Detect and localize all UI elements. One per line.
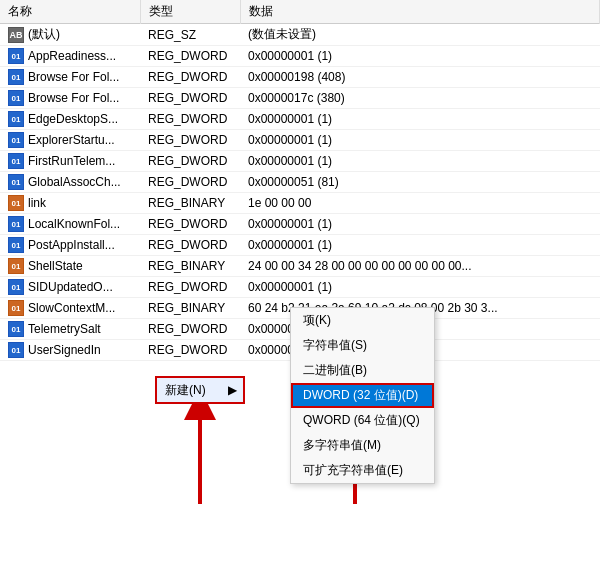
table-row[interactable]: 01 GlobalAssocCh... REG_DWORD 0x00000051… (0, 172, 600, 193)
row-name: UserSignedIn (28, 343, 101, 357)
submenu-item[interactable]: 字符串值(S) (291, 333, 434, 358)
submenu-item[interactable]: DWORD (32 位值)(D) (291, 383, 434, 408)
cell-data: 0x00000001 (1) (240, 277, 600, 298)
table-row[interactable]: 01 AppReadiness... REG_DWORD 0x00000001 … (0, 46, 600, 67)
context-submenu: 项(K)字符串值(S)二进制值(B)DWORD (32 位值)(D)QWORD … (290, 307, 435, 484)
cell-name: 01 Browse For Fol... (0, 67, 140, 88)
cell-type: REG_DWORD (140, 340, 240, 361)
row-name: SIDUpdatedO... (28, 280, 113, 294)
new-button-label: 新建(N) (165, 382, 206, 399)
table-row[interactable]: 01 ExplorerStartu... REG_DWORD 0x0000000… (0, 130, 600, 151)
row-name: SlowContextM... (28, 301, 115, 315)
submenu-item[interactable]: QWORD (64 位值)(Q) (291, 408, 434, 433)
cell-data: 0x00000001 (1) (240, 46, 600, 67)
cell-data: 0x00000001 (1) (240, 130, 600, 151)
reg-icon: 01 (8, 90, 24, 106)
reg-icon: 01 (8, 195, 24, 211)
row-name: GlobalAssocCh... (28, 175, 121, 189)
submenu-item[interactable]: 二进制值(B) (291, 358, 434, 383)
cell-type: REG_SZ (140, 24, 240, 46)
reg-icon: 01 (8, 69, 24, 85)
reg-icon: 01 (8, 111, 24, 127)
cell-data: 0x00000001 (1) (240, 109, 600, 130)
row-name: link (28, 196, 46, 210)
cell-name: 01 link (0, 193, 140, 214)
reg-icon: 01 (8, 300, 24, 316)
reg-icon: 01 (8, 279, 24, 295)
submenu-item[interactable]: 多字符串值(M) (291, 433, 434, 458)
cell-type: REG_DWORD (140, 319, 240, 340)
cell-type: REG_DWORD (140, 88, 240, 109)
row-name: Browse For Fol... (28, 91, 119, 105)
row-name: EdgeDesktopS... (28, 112, 118, 126)
row-name: AppReadiness... (28, 49, 116, 63)
cell-data: 0x00000198 (408) (240, 67, 600, 88)
cell-data: 0x00000001 (1) (240, 235, 600, 256)
cell-type: REG_DWORD (140, 214, 240, 235)
table-row[interactable]: 01 Browse For Fol... REG_DWORD 0x0000017… (0, 88, 600, 109)
arrow-up-left (175, 394, 225, 514)
cell-data: 0x0000017c (380) (240, 88, 600, 109)
cell-name: 01 PostAppInstall... (0, 235, 140, 256)
table-row[interactable]: 01 LocalKnownFol... REG_DWORD 0x00000001… (0, 214, 600, 235)
cell-type: REG_BINARY (140, 298, 240, 319)
reg-icon: 01 (8, 48, 24, 64)
col-header-type: 类型 (140, 0, 240, 24)
row-name: FirstRunTelem... (28, 154, 115, 168)
table-row[interactable]: 01 ShellState REG_BINARY 24 00 00 34 28 … (0, 256, 600, 277)
cell-type: REG_DWORD (140, 46, 240, 67)
cell-name: 01 Browse For Fol... (0, 88, 140, 109)
row-name: TelemetrySalt (28, 322, 101, 336)
row-name: ShellState (28, 259, 83, 273)
cell-type: REG_DWORD (140, 67, 240, 88)
reg-icon: 01 (8, 342, 24, 358)
cell-data: 0x00000001 (1) (240, 151, 600, 172)
table-row[interactable]: 01 EdgeDesktopS... REG_DWORD 0x00000001 … (0, 109, 600, 130)
cell-data: (数值未设置) (240, 24, 600, 46)
cell-name: 01 UserSignedIn (0, 340, 140, 361)
cell-name: 01 EdgeDesktopS... (0, 109, 140, 130)
registry-window: 名称 类型 数据 AB (默认) REG_SZ (数值未设置) 01 AppRe… (0, 0, 600, 564)
col-header-name: 名称 (0, 0, 140, 24)
reg-icon: 01 (8, 321, 24, 337)
cell-name: 01 AppReadiness... (0, 46, 140, 67)
submenu-item[interactable]: 可扩充字符串值(E) (291, 458, 434, 483)
cell-name: 01 SIDUpdatedO... (0, 277, 140, 298)
new-submenu-button[interactable]: 新建(N) ▶ (155, 376, 245, 404)
cell-data: 0x00000051 (81) (240, 172, 600, 193)
cell-type: REG_DWORD (140, 277, 240, 298)
cell-name: AB (默认) (0, 24, 140, 46)
cell-type: REG_DWORD (140, 130, 240, 151)
cell-name: 01 FirstRunTelem... (0, 151, 140, 172)
cell-name: 01 ExplorerStartu... (0, 130, 140, 151)
row-name: Browse For Fol... (28, 70, 119, 84)
reg-icon: 01 (8, 132, 24, 148)
table-row[interactable]: 01 PostAppInstall... REG_DWORD 0x0000000… (0, 235, 600, 256)
cell-name: 01 TelemetrySalt (0, 319, 140, 340)
row-name: LocalKnownFol... (28, 217, 120, 231)
reg-icon: 01 (8, 258, 24, 274)
reg-icon: 01 (8, 237, 24, 253)
submenu-item[interactable]: 项(K) (291, 308, 434, 333)
cell-type: REG_BINARY (140, 193, 240, 214)
row-name: (默认) (28, 26, 60, 43)
cell-type: REG_DWORD (140, 235, 240, 256)
reg-icon: 01 (8, 174, 24, 190)
reg-icon: 01 (8, 153, 24, 169)
cell-data: 1e 00 00 00 (240, 193, 600, 214)
table-row[interactable]: 01 SIDUpdatedO... REG_DWORD 0x00000001 (… (0, 277, 600, 298)
cell-name: 01 LocalKnownFol... (0, 214, 140, 235)
table-row[interactable]: 01 link REG_BINARY 1e 00 00 00 (0, 193, 600, 214)
table-row[interactable]: AB (默认) REG_SZ (数值未设置) (0, 24, 600, 46)
new-button-arrow: ▶ (228, 383, 237, 397)
cell-name: 01 GlobalAssocCh... (0, 172, 140, 193)
reg-icon: AB (8, 27, 24, 43)
table-row[interactable]: 01 FirstRunTelem... REG_DWORD 0x00000001… (0, 151, 600, 172)
table-row[interactable]: 01 Browse For Fol... REG_DWORD 0x0000019… (0, 67, 600, 88)
cell-type: REG_DWORD (140, 151, 240, 172)
cell-name: 01 ShellState (0, 256, 140, 277)
col-header-data: 数据 (240, 0, 600, 24)
cell-data: 24 00 00 34 28 00 00 00 00 00 00 00 00..… (240, 256, 600, 277)
reg-icon: 01 (8, 216, 24, 232)
cell-type: REG_BINARY (140, 256, 240, 277)
